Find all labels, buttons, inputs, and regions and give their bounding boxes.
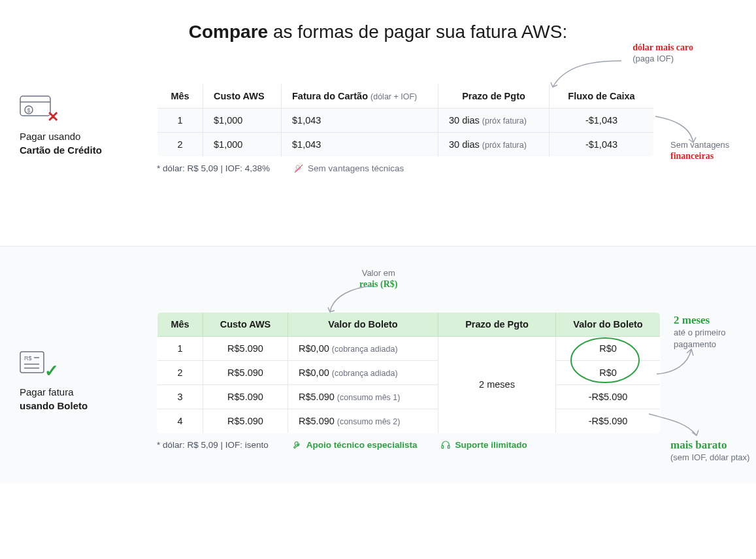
section2-footer: * dólar: R$ 5,09 | IOF: isento Apoio téc… (157, 440, 661, 450)
disclaimer: * dólar: R$ 5,09 | IOF: isento (157, 440, 269, 450)
section1-footer: * dólar: R$ 5,09 | IOF: 4,38% Sem vantag… (157, 163, 654, 174)
credit-card-table: Mês Custo AWS Fatura do Cartão (dólar + … (157, 84, 654, 157)
svg-line-4 (295, 165, 303, 173)
col-valor2: Valor do Boleto (556, 312, 661, 336)
section-boleto: R$ ✓ Pagar fatura usando Boleto Valor em… (0, 312, 756, 450)
boleto-icon: R$ ✓ (20, 351, 54, 377)
arrow-icon (550, 58, 628, 90)
section2-label: Pagar fatura usando Boleto (20, 385, 157, 413)
annotation-dolar-caro: dólar mais caro (paga IOF) (633, 42, 693, 65)
svg-rect-0 (20, 96, 50, 116)
headset-icon (440, 440, 451, 450)
check-mark-icon: ✓ (44, 361, 59, 381)
svg-text:R$: R$ (24, 355, 32, 362)
svg-rect-12 (448, 445, 450, 448)
section-credit-card: $ ✕ Pagar usando Cartão de Crédito dólar… (0, 84, 756, 174)
col-valor: Valor do Boleto (288, 312, 438, 336)
arrow-icon (655, 348, 695, 381)
adv-suporte-ilimitado: Suporte ilimitado (440, 440, 527, 450)
col-custo: Custo AWS (203, 312, 288, 336)
svg-rect-11 (442, 445, 444, 448)
table-row: 4 R$5.090 R$5.090 (consumo mês 2) -R$5.0… (157, 409, 661, 433)
col-prazo: Prazo de Pgto (438, 312, 556, 336)
page-heading: Compare as formas de pagar sua fatura AW… (0, 20, 756, 44)
svg-point-10 (571, 338, 639, 382)
prazo-merged: 2 meses (438, 336, 556, 433)
col-fatura: Fatura do Cartão (dólar + IOF) (282, 84, 438, 108)
annotation-2meses: 2 meses até o primeiro pagamento (674, 313, 752, 350)
svg-text:$: $ (27, 107, 30, 114)
credit-card-icon: $ ✕ (20, 95, 54, 122)
annotation-sem-vantagens: Sem vantagens financeiras (670, 139, 755, 162)
table-row: 1 $1,000 $1,043 30 dias (próx fatura) -$… (157, 108, 654, 132)
disclaimer: * dólar: R$ 5,09 | IOF: 4,38% (157, 163, 270, 173)
annotation-mais-barato: mais barato (sem IOF, dólar ptax) (670, 438, 756, 464)
col-mes: Mês (157, 312, 203, 336)
highlight-circle-icon (566, 334, 644, 386)
table-row: 2 $1,000 $1,043 30 dias (próx fatura) -$… (157, 132, 654, 156)
col-mes: Mês (157, 84, 203, 108)
table-row: 3 R$5.090 R$5.090 (consumo mês 1) -R$5.0… (157, 384, 661, 409)
section1-label: Pagar usando Cartão de Crédito (20, 129, 157, 157)
adv-apoio-tecnico: Apoio técnico especialista (292, 440, 418, 450)
no-tech-advantage: Sem vantagens técnicas (293, 163, 404, 174)
wrench-x-icon (293, 163, 304, 174)
col-prazo: Prazo de Pgto (438, 84, 550, 108)
arrow-icon (648, 413, 700, 439)
x-mark-icon: ✕ (47, 109, 59, 126)
col-custo: Custo AWS (203, 84, 282, 108)
wrench-icon (292, 440, 303, 450)
arrow-icon (327, 282, 379, 315)
